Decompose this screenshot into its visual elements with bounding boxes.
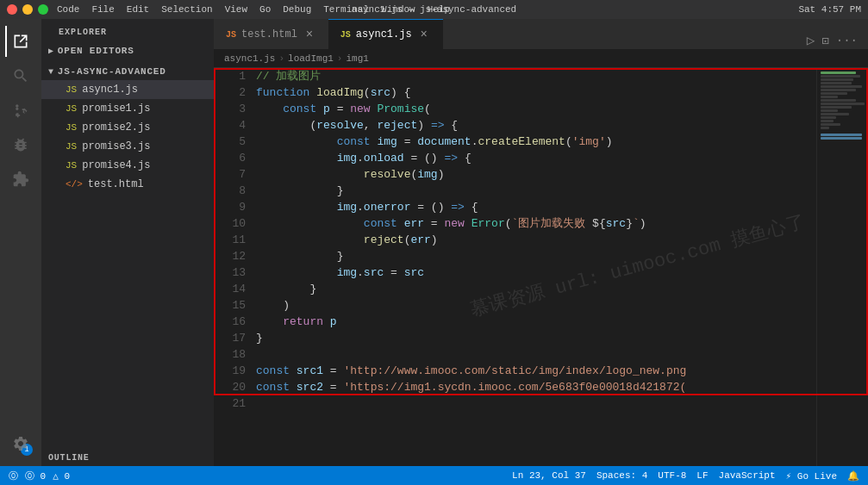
notification-icon[interactable]: 🔔 [847,470,859,482]
html-file-icon: </> [66,179,83,190]
breadcrumb-var[interactable]: img1 [346,53,368,64]
file-async1[interactable]: JS async1.js [41,80,214,99]
breadcrumb-func[interactable]: loadImg1 [288,53,334,64]
file-promise1-label: promise1.js [82,103,150,115]
warning-count[interactable]: △ 0 [53,470,70,482]
breadcrumb-file[interactable]: async1.js [224,53,275,64]
tab-async1-label: async1.js [356,28,412,40]
language[interactable]: JavaScript [719,470,776,481]
more-options-icon[interactable]: ··· [836,34,858,47]
minimap[interactable] [816,68,868,466]
code-editor[interactable]: 12345 678910 1112131415 1617181920 21 慕课… [214,68,868,466]
sidebar: Explorer ▶ OPEN EDITORS ▼ JS-ASYNC-ADVAN… [41,19,214,466]
settings-activity-icon[interactable]: 1 [5,428,36,459]
clock: Sat 4:57 PM [798,4,861,15]
close-button[interactable] [7,4,17,15]
eol[interactable]: LF [696,470,708,481]
tab-test-close[interactable]: × [303,28,316,41]
code-line-9: img.onerror = () => { [256,199,816,215]
code-content[interactable]: 慕课资源 url: uimooc.com 摸鱼心了 // 加载图片 functi… [253,68,816,466]
code-line-2: function loadImg(src) { [256,84,816,101]
outline-section[interactable]: OUTLINE [41,450,214,466]
split-editor-icon[interactable]: ⊡ [821,34,828,48]
breadcrumb-sep1: › [278,53,284,64]
error-count[interactable]: ⓪ 0 [25,469,46,482]
js-file-icon: JS [66,160,77,171]
menu-file[interactable]: File [91,4,114,15]
code-line-7: resolve(img) [256,166,816,183]
code-line-19: const src1 = 'http://www.imooc.com/stati… [256,363,816,379]
tab-async1-close[interactable]: × [417,28,431,41]
menu-go[interactable]: Go [259,4,271,15]
source-control-activity-icon[interactable] [5,95,36,126]
project-section: ▼ JS-ASYNC-ADVANCED JS async1.js JS prom… [41,61,214,196]
open-editors-header[interactable]: ▶ OPEN EDITORS [41,42,214,59]
menu-edit[interactable]: Edit [127,4,149,15]
breadcrumb: async1.js › loadImg1 › img1 [214,49,868,68]
spaces[interactable]: Spaces: 4 [596,470,647,481]
js-file-icon: JS [66,103,77,114]
tab-async1[interactable]: JS async1.js × [328,19,443,49]
window-title: async1.js — js-async-advanced [352,4,516,15]
menu-selection[interactable]: Selection [161,4,212,15]
golive-button[interactable]: ⚡ Go Live [786,470,837,482]
js-file-icon: JS [66,141,77,152]
file-promise2-label: promise2.js [82,121,150,134]
encoding[interactable]: UTF-8 [658,470,686,481]
titlebar-right: Sat 4:57 PM [798,4,861,15]
code-line-6: img.onload = () => { [256,150,816,166]
minimize-button[interactable] [22,4,33,15]
breadcrumb-sep2: › [337,53,343,64]
git-icon[interactable]: ⓪ [9,469,18,482]
code-line-20: const src2 = 'https://img1.sycdn.imooc.c… [256,379,816,395]
js-tab-icon: JS [340,30,351,40]
project-header[interactable]: ▼ JS-ASYNC-ADVANCED [41,63,214,80]
code-line-15: ) [256,297,816,314]
status-left: ⓪ ⓪ 0 △ 0 [9,469,70,482]
run-icon[interactable]: ▷ [807,32,815,49]
explorer-activity-icon[interactable] [5,26,36,57]
debug-activity-icon[interactable] [5,129,36,160]
open-editors-section: ▶ OPEN EDITORS [41,40,214,61]
code-line-5: const img = document.createElement('img'… [256,134,816,150]
traffic-lights [7,4,48,15]
main-layout: 1 Explorer ▶ OPEN EDITORS ▼ JS-ASYNC-ADV… [0,19,868,466]
code-line-13: img.src = src [256,264,816,281]
code-line-3: const p = new Promise( [256,101,816,117]
code-line-17: } [256,330,816,346]
search-activity-icon[interactable] [5,60,36,91]
open-editors-label: OPEN EDITORS [58,46,134,56]
code-line-14: } [256,281,816,297]
code-line-10: const err = new Error(`图片加载失败 ${src}`) [256,215,816,232]
menu-view[interactable]: View [225,4,247,15]
titlebar: Code File Edit Selection View Go Debug T… [0,0,868,19]
editor-area: JS test.html × JS async1.js × ▷ ⊡ ··· as… [214,19,868,466]
code-line-16: return p [256,314,816,330]
file-promise4[interactable]: JS promise4.js [41,156,214,175]
file-promise3[interactable]: JS promise3.js [41,137,214,156]
code-line-18 [256,346,816,363]
file-promise1[interactable]: JS promise1.js [41,99,214,118]
code-line-11: reject(err) [256,232,816,248]
file-test-label: test.html [88,178,144,190]
file-promise2[interactable]: JS promise2.js [41,118,214,137]
file-test-html[interactable]: </> test.html [41,175,214,194]
menu-code[interactable]: Code [57,4,79,15]
file-promise4-label: promise4.js [82,159,150,171]
js-file-icon: JS [66,84,77,95]
status-right: Ln 23, Col 37 Spaces: 4 UTF-8 LF JavaScr… [512,470,859,482]
sidebar-title: Explorer [41,19,214,40]
js-file-icon: JS [66,122,77,133]
code-line-4: (resolve, reject) => { [256,117,816,134]
file-async1-label: async1.js [82,84,138,96]
code-line-1: // 加载图片 [256,68,816,84]
maximize-button[interactable] [38,4,48,15]
chevron-down-icon: ▼ [48,67,54,77]
menu-debug[interactable]: Debug [283,4,311,15]
status-bar: ⓪ ⓪ 0 △ 0 Ln 23, Col 37 Spaces: 4 UTF-8 … [0,466,868,485]
tab-test-html[interactable]: JS test.html × [214,19,328,49]
cursor-position[interactable]: Ln 23, Col 37 [512,470,586,481]
project-label: JS-ASYNC-ADVANCED [58,66,166,77]
code-line-12: } [256,248,816,264]
extensions-activity-icon[interactable] [5,164,36,195]
